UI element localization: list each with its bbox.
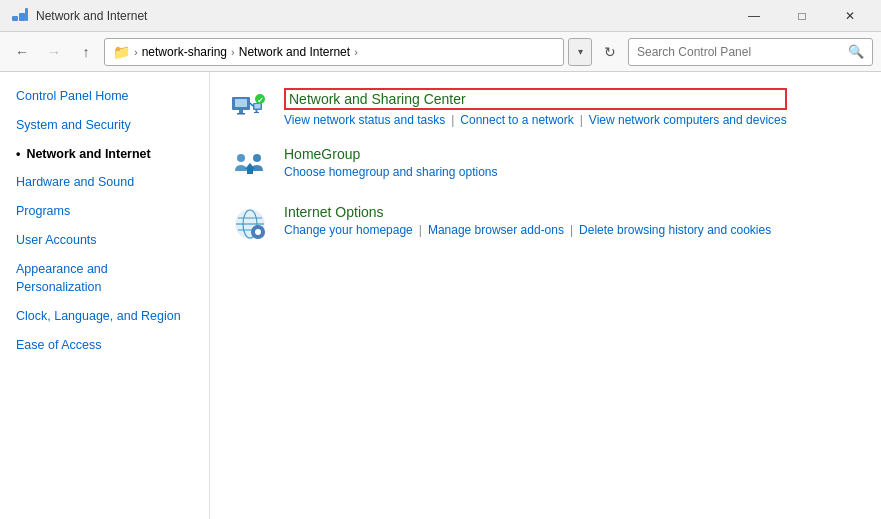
link-sep-2: | (419, 223, 422, 237)
svg-point-24 (255, 229, 261, 235)
search-input[interactable] (637, 45, 844, 59)
homegroup-text: HomeGroup Choose homegroup and sharing o… (284, 146, 497, 179)
homegroup-icon-svg (231, 147, 269, 185)
sidebar-label-user-accounts: User Accounts (16, 231, 97, 250)
up-button[interactable]: ↑ (72, 38, 100, 66)
sidebar-item-control-panel-home[interactable]: Control Panel Home (0, 82, 209, 111)
homegroup-icon (230, 146, 270, 186)
svg-rect-0 (12, 16, 18, 21)
network-sharing-icon-svg: ✓ (231, 89, 269, 127)
svg-rect-5 (239, 110, 243, 113)
search-icon: 🔍 (848, 44, 864, 59)
svg-rect-8 (255, 104, 261, 109)
svg-rect-1 (19, 13, 25, 21)
content-area: ✓ Network and Sharing Center View networ… (210, 72, 881, 519)
sidebar-label-network-internet: Network and Internet (26, 145, 150, 164)
sidebar-label-control-panel-home: Control Panel Home (16, 87, 129, 106)
title-bar: Network and Internet — □ ✕ (0, 0, 881, 32)
close-button[interactable]: ✕ (827, 0, 873, 32)
window-title: Network and Internet (36, 9, 147, 23)
path-control-panel[interactable]: network-sharing (142, 45, 227, 59)
network-sharing-icon: ✓ (230, 88, 270, 128)
svg-rect-9 (256, 110, 258, 112)
homegroup-links: Choose homegroup and sharing options (284, 165, 497, 179)
search-box: 🔍 (628, 38, 873, 66)
internet-options-links: Change your homepage | Manage browser ad… (284, 223, 771, 237)
sidebar-label-clock-language: Clock, Language, and Region (16, 307, 181, 326)
link-sep-1: | (580, 113, 583, 127)
svg-rect-26 (257, 236, 260, 239)
svg-point-14 (237, 154, 245, 162)
network-sharing-item: ✓ Network and Sharing Center View networ… (230, 88, 861, 128)
svg-rect-2 (25, 8, 28, 21)
connect-to-network-link[interactable]: Connect to a network (460, 113, 573, 127)
manage-addons-link[interactable]: Manage browser add-ons (428, 223, 564, 237)
network-sharing-title[interactable]: Network and Sharing Center (284, 88, 787, 110)
sidebar-item-clock-language[interactable]: Clock, Language, and Region (0, 302, 209, 331)
back-button[interactable]: ← (8, 38, 36, 66)
network-sharing-links: View network status and tasks | Connect … (284, 113, 787, 127)
title-bar-left: Network and Internet (12, 8, 147, 24)
window-icon (12, 8, 28, 24)
svg-rect-17 (247, 169, 253, 174)
sidebar-item-system-security[interactable]: System and Security (0, 111, 209, 140)
path-separator-0: › (134, 46, 138, 58)
minimize-button[interactable]: — (731, 0, 777, 32)
sidebar-label-programs: Programs (16, 202, 70, 221)
sidebar-label-system-security: System and Security (16, 116, 131, 135)
sidebar-item-appearance[interactable]: Appearance and Personalization (0, 255, 209, 303)
svg-rect-10 (254, 112, 259, 113)
link-sep-0: | (451, 113, 454, 127)
svg-text:✓: ✓ (257, 96, 264, 105)
svg-rect-27 (252, 231, 255, 234)
sidebar: Control Panel Home System and Security N… (0, 72, 210, 519)
sidebar-item-user-accounts[interactable]: User Accounts (0, 226, 209, 255)
internet-options-icon-svg (231, 205, 269, 243)
sidebar-label-appearance: Appearance and Personalization (16, 260, 193, 298)
sidebar-label-ease-of-access: Ease of Access (16, 336, 101, 355)
sidebar-item-network-internet[interactable]: Network and Internet (0, 140, 209, 169)
forward-button[interactable]: → (40, 38, 68, 66)
window-controls: — □ ✕ (731, 0, 873, 32)
network-sharing-text: Network and Sharing Center View network … (284, 88, 787, 127)
internet-options-title[interactable]: Internet Options (284, 204, 771, 220)
internet-options-item: Internet Options Change your homepage | … (230, 204, 861, 244)
svg-rect-28 (262, 231, 265, 234)
svg-point-15 (253, 154, 261, 162)
maximize-button[interactable]: □ (779, 0, 825, 32)
svg-rect-25 (257, 226, 260, 229)
homegroup-sharing-options-link[interactable]: Choose homegroup and sharing options (284, 165, 497, 179)
view-computers-link[interactable]: View network computers and devices (589, 113, 787, 127)
folder-icon: 📁 (113, 44, 130, 60)
path-separator-1: › (231, 46, 235, 58)
sidebar-item-programs[interactable]: Programs (0, 197, 209, 226)
address-bar: ← → ↑ 📁 › network-sharing › Network and … (0, 32, 881, 72)
change-homepage-link[interactable]: Change your homepage (284, 223, 413, 237)
internet-options-icon (230, 204, 270, 244)
sidebar-item-hardware-sound[interactable]: Hardware and Sound (0, 168, 209, 197)
address-path: 📁 › network-sharing › Network and Intern… (104, 38, 564, 66)
main-layout: Control Panel Home System and Security N… (0, 72, 881, 519)
internet-options-text: Internet Options Change your homepage | … (284, 204, 771, 237)
sidebar-label-hardware-sound: Hardware and Sound (16, 173, 134, 192)
sidebar-item-ease-of-access[interactable]: Ease of Access (0, 331, 209, 360)
svg-rect-4 (235, 99, 247, 107)
path-separator-2: › (354, 46, 358, 58)
svg-rect-6 (237, 113, 245, 115)
path-dropdown-button[interactable]: ▾ (568, 38, 592, 66)
view-network-status-link[interactable]: View network status and tasks (284, 113, 445, 127)
link-sep-3: | (570, 223, 573, 237)
homegroup-title[interactable]: HomeGroup (284, 146, 497, 162)
homegroup-item: HomeGroup Choose homegroup and sharing o… (230, 146, 861, 186)
svg-line-11 (250, 103, 253, 106)
delete-browsing-history-link[interactable]: Delete browsing history and cookies (579, 223, 771, 237)
refresh-button[interactable]: ↻ (596, 38, 624, 66)
path-network-internet[interactable]: Network and Internet (239, 45, 350, 59)
